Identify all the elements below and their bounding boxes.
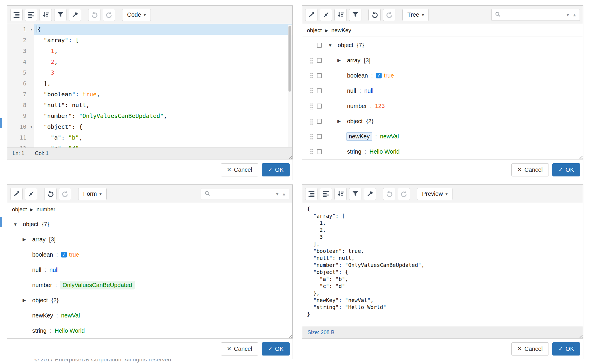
- undo-button[interactable]: [88, 9, 100, 21]
- cancel-button[interactable]: ✕ Cancel: [221, 163, 258, 176]
- undo-button[interactable]: [368, 9, 381, 21]
- undo-button[interactable]: [383, 188, 395, 200]
- actions-menu-button[interactable]: [317, 43, 322, 48]
- fold-icon[interactable]: ▾: [30, 121, 33, 132]
- tree-value[interactable]: Hello World: [54, 327, 85, 334]
- scrollbar-thumb[interactable]: [288, 26, 291, 92]
- boolean-checkbox[interactable]: ✓: [61, 252, 67, 257]
- drag-handle-icon[interactable]: [310, 57, 313, 64]
- tree-value[interactable]: OnlyValuesCanBeUpdated: [60, 281, 134, 289]
- tree-value[interactable]: newVal: [61, 312, 80, 319]
- redo-button[interactable]: [398, 188, 410, 200]
- drag-handle-icon[interactable]: [310, 72, 313, 79]
- tree-value[interactable]: null: [49, 267, 59, 273]
- collapse-all-button[interactable]: [320, 9, 332, 21]
- expander-icon[interactable]: ▶: [23, 298, 32, 303]
- sort-button[interactable]: [334, 188, 347, 200]
- ok-button[interactable]: ✓ OK: [552, 163, 580, 176]
- tree-field[interactable]: object: [23, 221, 38, 228]
- compact-button[interactable]: [320, 188, 332, 200]
- cancel-button[interactable]: ✕ Cancel: [511, 163, 549, 176]
- expander-icon[interactable]: ▶: [337, 119, 347, 124]
- compact-button[interactable]: [25, 9, 37, 21]
- tree-field[interactable]: array: [32, 236, 46, 243]
- tree-field[interactable]: newKey: [346, 132, 372, 141]
- actions-menu-button[interactable]: [317, 119, 322, 124]
- breadcrumb-item[interactable]: number: [36, 206, 55, 213]
- collapse-all-button[interactable]: [25, 188, 37, 200]
- mode-dropdown-button[interactable]: Code ▾: [122, 9, 151, 21]
- expander-icon[interactable]: ▶: [337, 58, 347, 63]
- fold-icon[interactable]: ▾: [30, 24, 33, 35]
- boolean-checkbox[interactable]: ✓: [376, 73, 382, 78]
- search-input[interactable]: [503, 12, 563, 18]
- tree-value[interactable]: Hello World: [369, 148, 399, 155]
- undo-button[interactable]: [44, 188, 57, 200]
- repair-button[interactable]: [69, 9, 81, 21]
- scrollbar[interactable]: [288, 25, 292, 147]
- tree-field[interactable]: boolean: [347, 72, 368, 79]
- filter-button[interactable]: [349, 188, 361, 200]
- search-previous-icon[interactable]: ▲: [572, 13, 577, 17]
- filter-button[interactable]: [349, 9, 361, 21]
- tree-field[interactable]: boolean: [32, 251, 53, 258]
- tree-field[interactable]: array: [347, 57, 361, 64]
- cancel-button[interactable]: ✕ Cancel: [511, 342, 549, 356]
- actions-menu-button[interactable]: [317, 134, 322, 139]
- mode-dropdown-button[interactable]: Preview ▾: [417, 188, 452, 200]
- tree-value[interactable]: true: [69, 251, 79, 258]
- redo-button[interactable]: [59, 188, 71, 200]
- tree-field[interactable]: object: [32, 297, 48, 304]
- actions-menu-button[interactable]: [317, 88, 322, 93]
- expand-all-button[interactable]: [10, 188, 23, 200]
- format-button[interactable]: [10, 9, 23, 21]
- tree-field[interactable]: null: [347, 87, 356, 94]
- drag-handle-icon[interactable]: [310, 103, 313, 109]
- tree-field[interactable]: object: [347, 118, 363, 125]
- ok-button[interactable]: ✓ OK: [262, 342, 290, 356]
- actions-menu-button[interactable]: [317, 73, 322, 78]
- format-button[interactable]: [305, 188, 317, 200]
- search-next-icon[interactable]: ▼: [566, 13, 570, 17]
- code-editor[interactable]: 1▾{2 "array": [3 1,4 2,5 36 ],7 "boolean…: [7, 24, 292, 147]
- tree-field[interactable]: string: [347, 148, 361, 155]
- filter-button[interactable]: [54, 9, 66, 21]
- mode-dropdown-button[interactable]: Form ▾: [78, 188, 107, 200]
- tree-field[interactable]: number: [32, 282, 52, 289]
- expand-all-button[interactable]: [305, 9, 317, 21]
- sort-button[interactable]: [40, 9, 52, 21]
- expander-icon[interactable]: ▼: [328, 43, 338, 48]
- redo-button[interactable]: [383, 9, 395, 21]
- tree-value[interactable]: 123: [375, 103, 385, 109]
- actions-menu-button[interactable]: [317, 104, 322, 109]
- cancel-button[interactable]: ✕ Cancel: [221, 342, 258, 356]
- redo-button[interactable]: [103, 9, 115, 21]
- drag-handle-icon[interactable]: [310, 148, 313, 155]
- repair-button[interactable]: [364, 188, 376, 200]
- breadcrumb-item[interactable]: newKey: [331, 27, 351, 34]
- tree-value[interactable]: newVal: [380, 133, 399, 140]
- tree-value[interactable]: true: [384, 72, 394, 79]
- tree-field[interactable]: newKey: [32, 312, 53, 319]
- mode-dropdown-button[interactable]: Tree ▾: [402, 9, 429, 21]
- tree-value[interactable]: null: [364, 87, 373, 94]
- search-next-icon[interactable]: ▼: [275, 192, 279, 196]
- ok-button[interactable]: ✓ OK: [552, 342, 580, 356]
- drag-handle-icon[interactable]: [310, 118, 313, 125]
- tree-field[interactable]: string: [32, 327, 47, 334]
- actions-menu-button[interactable]: [317, 149, 322, 154]
- drag-handle-icon[interactable]: [310, 133, 313, 140]
- search-input[interactable]: [213, 191, 273, 197]
- ok-button[interactable]: ✓ OK: [262, 163, 290, 176]
- tree-field[interactable]: object: [338, 42, 353, 49]
- expander-icon[interactable]: ▶: [23, 237, 32, 242]
- sort-button[interactable]: [334, 9, 347, 21]
- tree-field[interactable]: number: [347, 103, 367, 109]
- search-previous-icon[interactable]: ▲: [282, 192, 286, 196]
- breadcrumb-item[interactable]: object: [307, 27, 322, 34]
- expander-icon[interactable]: ▼: [13, 222, 23, 227]
- actions-menu-button[interactable]: [317, 58, 322, 63]
- drag-handle-icon[interactable]: [310, 87, 313, 94]
- tree-field[interactable]: null: [32, 267, 41, 273]
- breadcrumb-item[interactable]: object: [12, 206, 27, 213]
